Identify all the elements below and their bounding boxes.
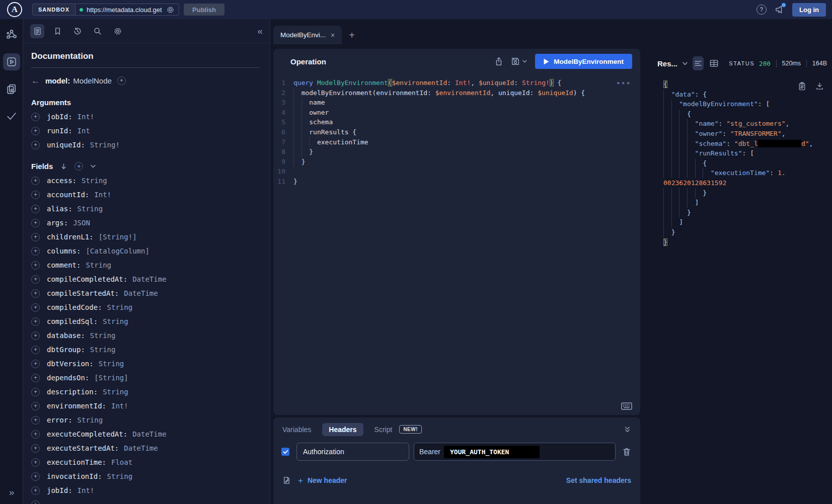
breadcrumb-type[interactable]: ModelNode: [73, 76, 112, 85]
add-field-button[interactable]: +: [31, 360, 40, 368]
add-field-button[interactable]: +: [31, 388, 40, 396]
add-field-button[interactable]: +: [31, 303, 40, 312]
apollo-logo[interactable]: A: [7, 2, 22, 17]
tree-view-icon[interactable]: [693, 56, 704, 70]
add-field-button[interactable]: +: [31, 331, 40, 340]
new-tab-button[interactable]: +: [349, 30, 355, 40]
field-row[interactable]: +columns:[CatalogColumn]: [31, 244, 260, 258]
collapse-request-panel-icon[interactable]: [624, 426, 631, 433]
field-row[interactable]: +childrenL1:[String!]: [31, 230, 260, 244]
header-enabled-checkbox[interactable]: [281, 448, 289, 456]
endpoint-url-input[interactable]: https://metadata.cloud.get: [75, 4, 179, 16]
search-icon[interactable]: [91, 24, 105, 38]
add-field-button[interactable]: +: [31, 205, 40, 213]
docs-tab-icon[interactable]: [30, 24, 44, 38]
field-row[interactable]: +: [31, 497, 260, 504]
endpoint-url[interactable]: https://metadata.cloud.get: [87, 6, 163, 14]
field-row[interactable]: +description:String: [31, 385, 260, 399]
add-field-button[interactable]: +: [31, 444, 40, 453]
add-field-button[interactable]: +: [31, 275, 40, 284]
field-row[interactable]: +compiledSql:String: [31, 314, 260, 328]
field-row[interactable]: +compileStartedAt:DateTime: [31, 286, 260, 300]
share-operation-icon[interactable]: [494, 57, 503, 66]
publish-button[interactable]: Publish: [184, 4, 224, 16]
field-row[interactable]: +database:String: [31, 328, 260, 343]
tab-variables[interactable]: Variables: [282, 426, 311, 434]
add-field-button[interactable]: +: [31, 430, 40, 439]
add-field-button[interactable]: +: [31, 247, 40, 256]
field-row[interactable]: +compiledCode:String: [31, 300, 260, 314]
response-dropdown-chevron-icon[interactable]: [682, 61, 688, 66]
add-field-button[interactable]: +: [31, 289, 40, 298]
field-row[interactable]: +comment:String: [31, 258, 260, 272]
nav-graph-icon[interactable]: [3, 26, 20, 43]
nav-checklist-icon[interactable]: [3, 108, 20, 125]
field-row[interactable]: +invocationId:String: [31, 469, 260, 483]
field-row[interactable]: +jobId:Int!: [31, 483, 260, 497]
add-field-button[interactable]: +: [31, 458, 40, 467]
tab-script[interactable]: Script: [374, 426, 393, 434]
field-row[interactable]: +accountId:Int!: [31, 188, 260, 202]
history-icon[interactable]: [70, 24, 85, 38]
field-row[interactable]: +executeCompletedAt:DateTime: [31, 427, 260, 441]
keyboard-shortcuts-icon[interactable]: [621, 402, 632, 410]
add-field-button[interactable]: +: [31, 486, 40, 495]
delete-header-icon[interactable]: [622, 447, 631, 457]
field-row[interactable]: +dbtGroup:String: [31, 343, 260, 357]
add-field-button[interactable]: +: [31, 127, 40, 135]
announcements-button[interactable]: [774, 5, 785, 15]
field-row[interactable]: +dbtVersion:String: [31, 357, 260, 371]
table-view-icon[interactable]: [708, 56, 719, 70]
save-options-chevron-icon[interactable]: [522, 59, 527, 63]
sort-fields-icon[interactable]: [60, 162, 67, 171]
add-field-button[interactable]: +: [31, 500, 40, 504]
add-field-button[interactable]: +: [31, 177, 40, 185]
new-header-button[interactable]: + New header: [298, 476, 347, 485]
header-presets-icon[interactable]: [282, 476, 291, 485]
add-field-button[interactable]: +: [31, 472, 40, 481]
field-row[interactable]: +executionTime:Float: [31, 455, 260, 469]
endpoint-settings-gear-icon[interactable]: [166, 6, 175, 14]
operation-editor[interactable]: ••• 1query ModelByEnvironment($environme…: [273, 74, 640, 415]
add-field-button[interactable]: +: [31, 402, 40, 410]
editor-menu-dots[interactable]: •••: [617, 80, 631, 87]
add-field-button[interactable]: +: [31, 141, 40, 149]
add-field-button[interactable]: +: [31, 191, 40, 199]
close-tab-icon[interactable]: ×: [331, 32, 335, 39]
field-row[interactable]: +uniqueId:String!: [31, 138, 260, 152]
add-field-button[interactable]: +: [31, 346, 40, 354]
field-row[interactable]: +runId:Int: [31, 124, 260, 138]
header-key-input[interactable]: [296, 443, 409, 461]
add-field-button[interactable]: +: [117, 76, 126, 85]
back-arrow-icon[interactable]: ←: [31, 76, 40, 85]
copy-response-icon[interactable]: [798, 81, 806, 91]
add-field-button[interactable]: +: [31, 374, 40, 382]
set-shared-headers-link[interactable]: Set shared headers: [566, 476, 631, 484]
field-row[interactable]: +args:JSON: [31, 216, 260, 230]
field-row[interactable]: +environmentId:Int!: [31, 399, 260, 413]
add-all-fields-button[interactable]: +: [74, 162, 83, 171]
help-icon[interactable]: ?: [757, 5, 767, 15]
bookmarks-icon[interactable]: [50, 24, 64, 38]
add-field-button[interactable]: +: [31, 416, 40, 425]
add-field-button[interactable]: +: [31, 261, 40, 270]
operation-tab[interactable]: ModelByEnvi... ×: [273, 26, 342, 44]
login-button[interactable]: Log in: [792, 3, 826, 17]
save-operation-icon[interactable]: [511, 57, 520, 66]
nav-explorer-icon[interactable]: [3, 53, 20, 70]
field-row[interactable]: +dependsOn:[String]: [31, 371, 260, 385]
run-operation-button[interactable]: ModelByEnvironment: [535, 54, 632, 69]
field-row[interactable]: +alias:String: [31, 202, 260, 216]
expand-rail-icon[interactable]: »: [0, 487, 23, 498]
field-row[interactable]: +access:String: [31, 174, 260, 188]
field-row[interactable]: +error:String: [31, 413, 260, 427]
header-value-input[interactable]: Bearer YOUR_AUTH_TOKEN: [414, 443, 616, 461]
fields-options-chevron-icon[interactable]: [90, 164, 96, 169]
auth-token-value[interactable]: YOUR_AUTH_TOKEN: [444, 446, 540, 458]
add-field-button[interactable]: +: [31, 317, 40, 326]
field-row[interactable]: +executeStartedAt:DateTime: [31, 441, 260, 455]
explorer-settings-gear-icon[interactable]: [111, 24, 125, 38]
field-row[interactable]: +compileCompletedAt:DateTime: [31, 272, 260, 286]
nav-schema-icon[interactable]: [3, 80, 20, 98]
download-response-icon[interactable]: [815, 81, 824, 91]
